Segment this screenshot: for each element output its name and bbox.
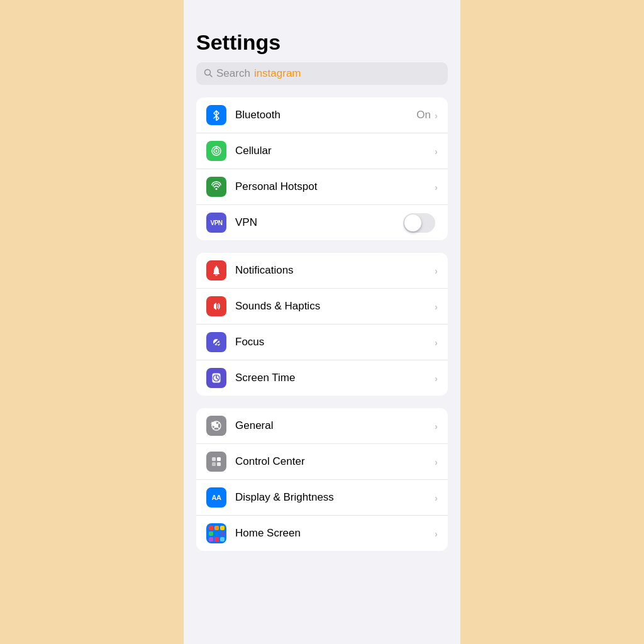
display-brightness-label: Display & Brightness <box>235 491 435 504</box>
bluetooth-icon <box>206 105 226 125</box>
phone-container: Settings Search instagram Bluetooth On › <box>184 0 460 644</box>
general-label: General <box>235 419 435 432</box>
display-chevron: › <box>435 492 438 503</box>
svg-rect-8 <box>213 273 219 274</box>
focus-chevron: › <box>435 337 438 348</box>
control-center-row[interactable]: Control Center › <box>196 444 448 480</box>
focus-icon <box>206 332 226 352</box>
page-title: Settings <box>184 0 460 62</box>
vpn-toggle-thumb <box>404 214 421 231</box>
notifications-row[interactable]: Notifications › <box>196 253 448 289</box>
vpn-icon: VPN <box>206 213 226 233</box>
control-center-icon <box>206 452 226 472</box>
cellular-row[interactable]: Cellular › <box>196 133 448 169</box>
control-center-label: Control Center <box>235 455 435 468</box>
svg-rect-21 <box>217 462 221 466</box>
display-icon: AA <box>206 487 226 508</box>
home-screen-chevron: › <box>435 528 438 539</box>
cellular-label: Cellular <box>235 145 435 157</box>
vpn-row[interactable]: VPN VPN <box>196 205 448 240</box>
svg-rect-19 <box>217 457 221 461</box>
display-brightness-row[interactable]: AA Display & Brightness › <box>196 480 448 516</box>
home-screen-row[interactable]: Home Screen › <box>196 516 448 551</box>
search-icon <box>204 69 213 79</box>
vpn-toggle[interactable] <box>403 213 435 233</box>
svg-rect-20 <box>212 462 216 466</box>
search-query-text: instagram <box>254 67 301 80</box>
bluetooth-value: On <box>416 109 431 121</box>
personal-hotspot-label: Personal Hotspot <box>235 180 435 193</box>
screen-time-row[interactable]: Screen Time › <box>196 360 448 396</box>
svg-point-7 <box>216 188 218 190</box>
notifications-group: Notifications › Sounds & Haptics › <box>196 253 448 396</box>
hotspot-icon <box>206 177 226 197</box>
home-screen-label: Home Screen <box>235 527 435 540</box>
svg-point-5 <box>216 150 218 152</box>
vpn-toggle-track[interactable] <box>403 213 435 233</box>
focus-row[interactable]: Focus › <box>196 325 448 360</box>
sounds-chevron: › <box>435 301 438 312</box>
bluetooth-label: Bluetooth <box>235 109 416 121</box>
connectivity-group: Bluetooth On › Cellular › <box>196 97 448 240</box>
cellular-icon <box>206 141 226 161</box>
svg-line-1 <box>210 74 213 77</box>
vpn-label: VPN <box>235 216 403 229</box>
sounds-haptics-row[interactable]: Sounds & Haptics › <box>196 289 448 325</box>
focus-label: Focus <box>235 336 435 348</box>
general-row[interactable]: General › <box>196 408 448 444</box>
search-bar[interactable]: Search instagram <box>196 62 448 85</box>
notifications-icon <box>206 260 226 280</box>
notifications-chevron: › <box>435 265 438 276</box>
cellular-chevron: › <box>435 146 438 157</box>
screen-time-chevron: › <box>435 373 438 384</box>
screen-time-icon <box>206 368 226 388</box>
bluetooth-chevron: › <box>435 110 438 121</box>
sounds-haptics-label: Sounds & Haptics <box>235 300 435 313</box>
general-group: General › Control Center › AA Display & … <box>196 408 448 551</box>
home-screen-icon <box>206 523 226 543</box>
svg-marker-10 <box>214 303 216 310</box>
bluetooth-row[interactable]: Bluetooth On › <box>196 97 448 133</box>
home-screen-grid <box>206 523 227 544</box>
svg-rect-18 <box>212 457 216 461</box>
control-center-chevron: › <box>435 457 438 467</box>
sounds-icon <box>206 296 226 316</box>
hotspot-chevron: › <box>435 182 438 192</box>
personal-hotspot-row[interactable]: Personal Hotspot › <box>196 169 448 205</box>
general-chevron: › <box>435 421 438 431</box>
svg-point-9 <box>216 266 217 267</box>
general-icon <box>206 416 226 436</box>
screen-time-label: Screen Time <box>235 372 435 384</box>
notifications-label: Notifications <box>235 264 435 277</box>
search-placeholder-text: Search <box>216 67 250 80</box>
